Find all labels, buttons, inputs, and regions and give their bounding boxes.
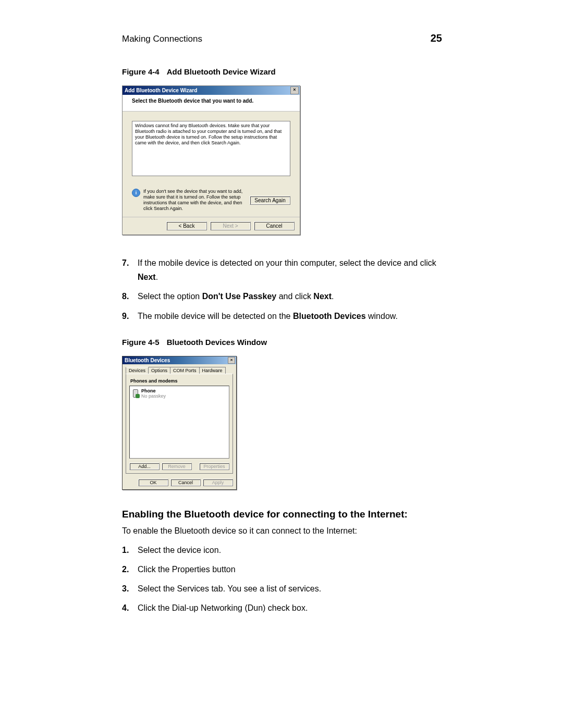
tab-devices[interactable]: Devices — [126, 367, 149, 374]
wizard-titlebar: Add Bluetooth Device Wizard × — [123, 86, 300, 95]
step-2-num: 2. — [122, 562, 132, 576]
phone-icon — [132, 388, 139, 398]
bt-tabs: Devices Options COM Ports Hardware — [123, 364, 236, 374]
device-status: No passkey — [141, 393, 166, 399]
step-9-bold: Bluetooth Devices — [293, 312, 366, 320]
step-4-num: 4. — [122, 601, 132, 615]
search-again-button[interactable]: Search Again — [250, 196, 290, 205]
next-button: Next > — [210, 221, 251, 230]
back-button[interactable]: < Back — [166, 221, 207, 230]
step-3-text: Select the Services tab. You see a list … — [138, 582, 321, 596]
bt-titlebar: Bluetooth Devices × — [123, 356, 236, 364]
apply-button: Apply — [203, 479, 233, 486]
bt-footer: OK Cancel Apply — [123, 477, 236, 489]
bt-window-title: Bluetooth Devices — [125, 357, 170, 363]
step-9-pre: The mobile device will be detected on th… — [138, 312, 293, 320]
tab-hardware[interactable]: Hardware — [199, 367, 226, 374]
step-7-post: . — [156, 273, 158, 281]
page-header: Making Connections 25 — [122, 32, 442, 44]
step-9-num: 9. — [122, 309, 132, 323]
step-3: 3. Select the Services tab. You see a li… — [122, 582, 442, 596]
section-heading: Enabling the Bluetooth device for connec… — [122, 509, 442, 520]
step-7-pre: If the mobile device is detected on your… — [138, 258, 436, 267]
add-bluetooth-device-wizard-window: Add Bluetooth Device Wizard × Select the… — [122, 85, 300, 235]
wizard-footer: < Back Next > Cancel — [123, 217, 300, 235]
step-8: 8. Select the option Don't Use Passkey a… — [122, 289, 442, 303]
bt-group-label: Phones and modems — [130, 378, 229, 384]
wizard-error-message: Windows cannot find any Bluetooth device… — [132, 121, 290, 176]
wizard-instruction: Select the Bluetooth device that you wan… — [123, 95, 300, 112]
step-7-num: 7. — [122, 256, 132, 284]
figure-4-4-number: Figure 4-4 — [122, 67, 160, 76]
figure-4-5-title: Bluetooth Devices Window — [167, 338, 267, 347]
step-8-bold-1: Don't Use Passkey — [202, 292, 277, 301]
section-intro: To enable the Bluetooth device so it can… — [122, 526, 442, 536]
figure-4-5-number: Figure 4-5 — [122, 338, 160, 347]
step-8-num: 8. — [122, 289, 132, 303]
info-icon: i — [132, 189, 140, 197]
figure-4-5-caption: Figure 4-5Bluetooth Devices Window — [122, 338, 442, 347]
section-title: Making Connections — [122, 34, 202, 44]
step-3-num: 3. — [122, 582, 132, 596]
step-8-pre: Select the option — [138, 292, 202, 301]
page-number: 25 — [431, 32, 442, 44]
step-9: 9. The mobile device will be detected on… — [122, 309, 442, 323]
step-2: 2. Click the Properties button — [122, 562, 442, 576]
ok-button[interactable]: OK — [138, 479, 168, 486]
close-icon[interactable]: × — [228, 357, 235, 364]
enabling-steps: 1. Select the device icon. 2. Click the … — [122, 543, 442, 615]
wizard-info-row: i If you don't see the device that you w… — [132, 189, 290, 212]
step-7-bold: Next — [138, 273, 156, 281]
add-button[interactable]: Add... — [129, 463, 160, 470]
wizard-title: Add Bluetooth Device Wizard — [125, 88, 197, 93]
step-1-text: Select the device icon. — [138, 543, 221, 557]
step-8-mid: and click — [276, 292, 313, 301]
step-1-num: 1. — [122, 543, 132, 557]
tab-options[interactable]: Options — [148, 367, 170, 374]
close-icon[interactable]: × — [290, 87, 299, 94]
step-2-text: Click the Properties button — [138, 562, 236, 576]
list-item[interactable]: Phone No passkey — [132, 388, 227, 399]
step-4-text: Click the Dial-up Networking (Dun) check… — [138, 601, 308, 615]
figure-4-4-caption: Figure 4-4Add Bluetooth Device Wizard — [122, 67, 442, 76]
step-4: 4. Click the Dial-up Networking (Dun) ch… — [122, 601, 442, 615]
steps-continued: 7. If the mobile device is detected on y… — [122, 256, 442, 323]
cancel-button[interactable]: Cancel — [170, 479, 201, 486]
figure-4-4-title: Add Bluetooth Device Wizard — [167, 67, 276, 76]
wizard-info-text: If you don't see the device that you wan… — [143, 189, 247, 212]
step-7: 7. If the mobile device is detected on y… — [122, 256, 442, 284]
remove-button: Remove — [162, 463, 192, 470]
step-8-post: . — [332, 292, 334, 301]
step-1: 1. Select the device icon. — [122, 543, 442, 557]
device-name: Phone — [141, 388, 166, 393]
step-8-bold-2: Next — [313, 292, 332, 301]
tab-com-ports[interactable]: COM Ports — [170, 367, 200, 374]
document-page: Making Connections 25 Figure 4-4Add Blue… — [0, 0, 563, 728]
bt-devices-panel: Phones and modems Phone No passkey Add..… — [126, 374, 233, 474]
bt-device-list[interactable]: Phone No passkey — [129, 386, 229, 459]
properties-button: Properties — [199, 463, 229, 470]
cancel-button[interactable]: Cancel — [254, 221, 295, 230]
step-9-post: window. — [366, 312, 398, 320]
bluetooth-devices-window: Bluetooth Devices × Devices Options COM … — [122, 356, 237, 490]
wizard-body: Windows cannot find any Bluetooth device… — [123, 112, 300, 217]
